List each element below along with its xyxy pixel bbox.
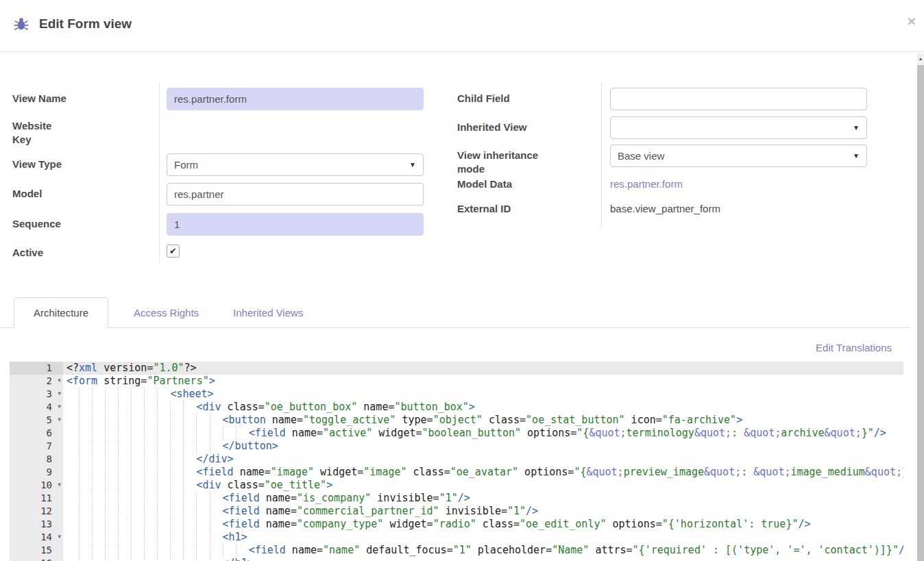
fold-arrow-icon[interactable]: ▼ — [58, 417, 61, 423]
code-token: </div> — [196, 453, 233, 465]
code-text[interactable]: <field name="is_company" invisible="1"/> — [63, 492, 903, 505]
fold-arrow-icon[interactable]: ▼ — [58, 404, 61, 410]
external-id-label-text: External ID — [457, 202, 511, 216]
code-text[interactable]: </div> — [63, 453, 903, 466]
tab-inherited-views[interactable]: Inherited Views — [224, 297, 312, 327]
code-text[interactable]: <field name="image" widget="image" class… — [63, 466, 903, 479]
code-token: "commercial_partner_id" — [297, 505, 439, 517]
indent-guide — [236, 427, 249, 440]
code-text[interactable]: <div class="oe_title"> — [63, 479, 903, 492]
indent-guide — [157, 401, 170, 414]
view-type-select[interactable]: Form▼ — [167, 153, 424, 176]
code-text[interactable]: <field name="name" default_focus="1" pla… — [63, 544, 903, 557]
line-number[interactable]: 4▼ — [10, 401, 63, 414]
indent-guide — [131, 544, 144, 557]
code-token: "fa-archive" — [662, 414, 736, 426]
indent-guide — [118, 401, 131, 414]
indent-guide — [157, 466, 170, 479]
edit-translations-link[interactable]: Edit Translations — [816, 342, 892, 353]
code-text[interactable]: <sheet> — [63, 388, 903, 401]
active-label: Active — [12, 242, 167, 260]
model-input[interactable] — [167, 183, 424, 205]
indent-guide — [92, 557, 105, 561]
child-field-input[interactable] — [610, 88, 867, 110]
line-number[interactable]: 10▼ — [10, 479, 63, 492]
inherited-view-select[interactable]: ▼ — [610, 116, 867, 139]
indent-guide — [196, 505, 209, 518]
scrollbar-thumb[interactable] — [917, 65, 924, 561]
code-token: invisible= — [439, 505, 507, 517]
scrollbar-up-arrow-icon[interactable]: ▲ — [917, 53, 924, 64]
line-number-label: 3 — [47, 388, 52, 399]
scrollbar[interactable]: ▲ — [917, 53, 924, 561]
fold-arrow-icon[interactable]: ▼ — [58, 482, 61, 488]
tab-access-rights[interactable]: Access Rights — [125, 297, 208, 327]
indent-guide — [157, 427, 170, 440]
code-text[interactable]: </button> — [63, 440, 903, 453]
line-number: 7 — [10, 440, 63, 453]
view-name-input[interactable] — [167, 88, 424, 110]
line-number[interactable]: 14▼ — [10, 531, 63, 544]
view-name-label-text: View Name — [12, 92, 66, 105]
indent-guide — [144, 466, 157, 479]
indent-guide — [157, 557, 170, 561]
line-number: 16 — [10, 557, 63, 561]
tab-architecture[interactable]: Architecture — [14, 297, 108, 328]
model-data-label: Model Data — [457, 177, 610, 191]
indent-guide — [66, 440, 79, 453]
code-text[interactable]: <h1> — [63, 531, 903, 544]
indent-guide — [183, 466, 196, 479]
fold-arrow-icon[interactable]: ▼ — [58, 391, 61, 397]
code-token: &quot; — [865, 466, 902, 478]
indent-guide — [118, 414, 131, 427]
indent-guide — [210, 531, 223, 544]
code-line: 13<field name="company_type" widget="rad… — [10, 518, 903, 531]
code-token: "{ — [574, 466, 586, 478]
active-checkbox[interactable]: ✔ — [167, 245, 180, 258]
code-line: 5▼<button name="toggle_active" type="obj… — [10, 414, 903, 427]
code-token: default_focus= — [360, 544, 452, 556]
indent-guide — [196, 557, 209, 561]
code-text[interactable]: <?xml version="1.0"?> — [63, 362, 903, 375]
indent-guide — [170, 518, 183, 531]
code-token: "radio" — [433, 518, 476, 530]
xml-architecture-editor[interactable]: 1<?xml version="1.0"?>2▼<form string="Pa… — [10, 362, 903, 561]
indent-guide — [118, 544, 131, 557]
indent-guide — [79, 531, 92, 544]
code-token: > — [469, 401, 475, 413]
view-inheritance-mode-select[interactable]: Base view▼ — [610, 145, 867, 167]
external-id-label: External ID — [457, 202, 610, 216]
indent-guide — [131, 427, 144, 440]
line-number[interactable]: 2▼ — [10, 375, 63, 388]
model-label-text: Model — [12, 187, 42, 201]
indent-guide — [92, 466, 105, 479]
indent-guide — [183, 505, 196, 518]
indent-guide — [183, 440, 196, 453]
code-text[interactable]: <div class="oe_button_box" name="button_… — [63, 401, 903, 414]
sequence-input[interactable] — [167, 213, 424, 236]
fold-arrow-icon[interactable]: ▼ — [58, 378, 61, 384]
model-data-link[interactable]: res.partner.form — [610, 177, 683, 191]
active-row: Active✔ — [12, 242, 180, 260]
indent-guide — [196, 440, 209, 453]
code-text[interactable]: <field name="active" widget="boolean_but… — [63, 427, 903, 440]
code-token: "image" — [363, 466, 406, 478]
code-token: /> — [874, 427, 886, 439]
code-line: 8</div> — [10, 453, 903, 466]
indent-guide — [79, 479, 92, 492]
line-number-label: 15 — [40, 545, 52, 556]
code-text[interactable]: <form string="Partners"> — [63, 375, 903, 388]
code-text[interactable]: <field name="company_type" widget="radio… — [63, 518, 903, 531]
code-token: <field — [249, 427, 286, 439]
indent-guide — [170, 401, 183, 414]
website-key-label-text: Website Key — [12, 119, 69, 147]
indent-guide — [210, 544, 223, 557]
code-text[interactable]: </h1> — [63, 557, 903, 561]
close-icon[interactable]: × — [908, 14, 916, 28]
line-number[interactable]: 5▼ — [10, 414, 63, 427]
code-text[interactable]: <button name="toggle_active" type="objec… — [63, 414, 903, 427]
code-token: class= — [221, 479, 265, 491]
fold-arrow-icon[interactable]: ▼ — [58, 534, 61, 540]
line-number[interactable]: 3▼ — [10, 388, 63, 401]
code-text[interactable]: <field name="commercial_partner_id" invi… — [63, 505, 903, 518]
